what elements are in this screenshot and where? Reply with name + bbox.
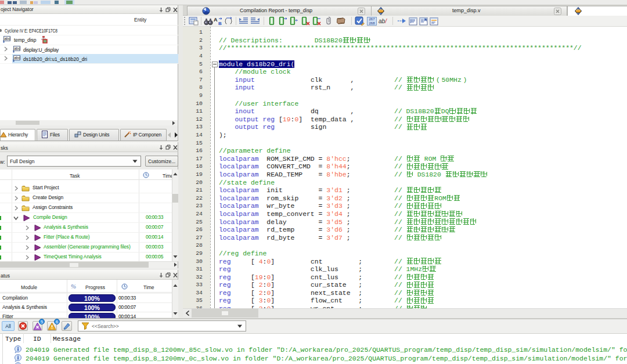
svg-text:abd: abd [14,56,20,60]
svg-text:B: B [218,21,222,26]
svg-text:A: A [214,17,218,23]
svg-text:abd: abd [4,37,10,41]
svg-text:abd: abd [14,46,20,51]
